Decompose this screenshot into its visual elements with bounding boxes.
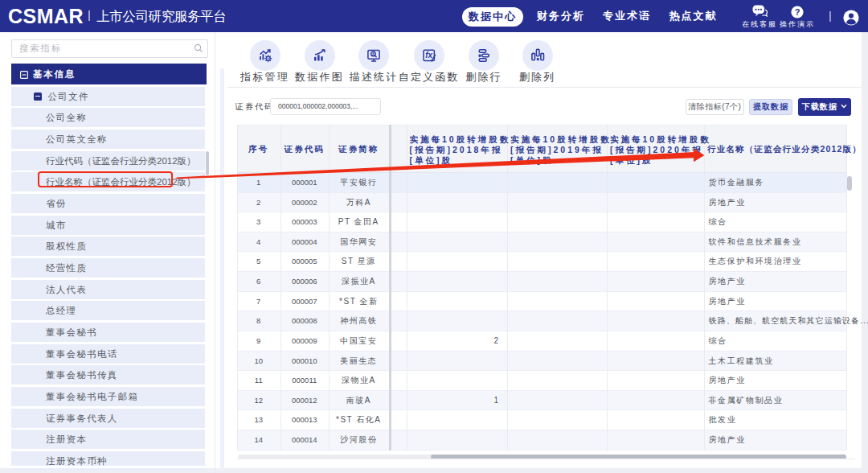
svg-text:fx: fx — [425, 51, 432, 60]
svg-text:?: ? — [795, 6, 800, 16]
